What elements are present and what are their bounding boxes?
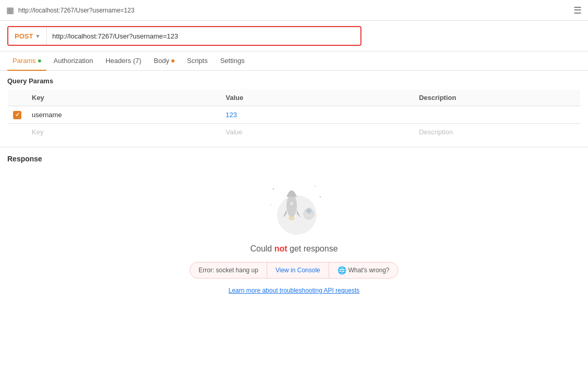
value-placeholder: Value (226, 128, 242, 136)
svg-point-9 (319, 196, 321, 197)
tab-headers[interactable]: Headers (7) (101, 52, 147, 71)
empty-value[interactable]: Value (220, 123, 414, 140)
desc-placeholder: Description (419, 128, 453, 136)
params-dot (38, 59, 41, 62)
empty-key[interactable]: Key (27, 123, 220, 140)
error-illustration (263, 179, 326, 236)
svg-point-7 (272, 188, 274, 190)
error-buttons: Error: socket hang up View in Console 🌐 … (190, 262, 398, 279)
top-bar-url: http://localhost:7267/User?username=123 (18, 7, 573, 14)
row-value: 123 (220, 106, 414, 124)
query-params-section: Query Params Key Value Description usern… (0, 71, 588, 147)
view-in-console-button[interactable]: View in Console (267, 263, 329, 277)
col-key-header: Key (27, 90, 220, 106)
url-bar-container: POST ▼ (0, 21, 588, 52)
svg-point-8 (315, 186, 316, 187)
error-message: Could not get response (250, 244, 337, 254)
method-label: POST (15, 32, 33, 40)
table-header-row: Key Value Description (8, 90, 581, 106)
top-bar: ▦ http://localhost:7267/User?username=12… (0, 0, 588, 21)
svg-point-10 (270, 204, 271, 205)
empty-checkbox-cell (8, 123, 27, 140)
key-placeholder: Key (32, 128, 43, 136)
table-row: username 123 (8, 106, 581, 124)
whats-wrong-button[interactable]: 🌐 What's wrong? (329, 263, 398, 278)
tabs: Params Authorization Headers (7) Body Sc… (0, 52, 588, 71)
row-value-text[interactable]: 123 (226, 111, 237, 119)
svg-point-3 (289, 216, 295, 220)
globe-icon: 🌐 (337, 266, 346, 274)
url-bar: POST ▼ (7, 26, 361, 46)
learn-more-link[interactable]: Learn more about troubleshooting API req… (229, 287, 360, 294)
svg-point-2 (289, 201, 294, 206)
chevron-down-icon: ▼ (35, 33, 40, 39)
tab-scripts[interactable]: Scripts (182, 52, 213, 71)
error-area: Could not get response Error: socket han… (7, 163, 581, 305)
error-tag-button[interactable]: Error: socket hang up (190, 263, 267, 277)
tab-settings[interactable]: Settings (215, 52, 250, 71)
response-section: Response (0, 147, 588, 312)
params-table: Key Value Description username 123 Key (7, 89, 581, 141)
col-desc-header: Description (414, 90, 580, 106)
col-value-header: Value (220, 90, 414, 106)
checkbox-checked[interactable] (13, 111, 21, 119)
body-dot (171, 59, 174, 62)
menu-icon[interactable]: ☰ (573, 5, 582, 16)
tab-authorization[interactable]: Authorization (48, 52, 98, 71)
tab-params[interactable]: Params (7, 52, 46, 71)
tab-body[interactable]: Body (148, 52, 180, 71)
url-input[interactable] (47, 32, 360, 40)
query-params-title: Query Params (7, 77, 581, 85)
col-checkbox (8, 90, 27, 106)
svg-point-6 (307, 209, 311, 212)
method-select[interactable]: POST ▼ (8, 27, 47, 45)
row-checkbox-cell (8, 106, 27, 124)
row-description (414, 106, 580, 124)
response-title: Response (7, 155, 581, 163)
app-icon: ▦ (6, 5, 14, 15)
table-empty-row: Key Value Description (8, 123, 581, 140)
empty-desc[interactable]: Description (414, 123, 580, 140)
row-key[interactable]: username (27, 106, 220, 124)
